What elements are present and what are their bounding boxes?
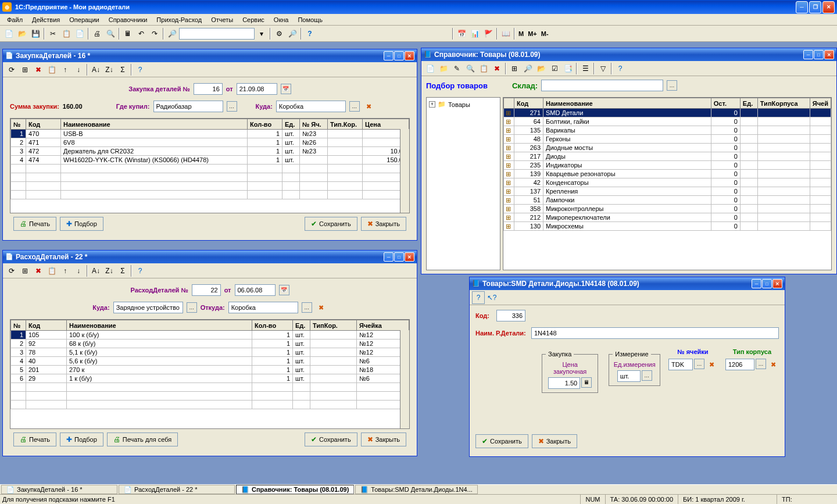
tb-sort-za-icon[interactable]: Z↓ [103,264,116,277]
tb-whatsthis-icon[interactable]: ↖? [485,291,498,304]
tb-copy-icon[interactable]: 📋 [45,264,58,277]
expense-titlebar[interactable]: 📄 РасходДеталей - 22 * ─ □ ✕ [3,251,417,263]
purchase-close-button[interactable]: ✕ [405,51,414,60]
purchase-table[interactable]: № Код Наименование Кол-во Ед. № Яч. Тип.… [10,118,410,213]
where-select-icon[interactable]: … [227,101,237,112]
expand-icon[interactable] [504,135,512,143]
expand-icon[interactable] [504,109,512,117]
memory-mminus-button[interactable]: M- [539,30,550,37]
tb-grid-icon[interactable]: ⊞ [19,63,31,76]
scrollbar[interactable] [400,330,409,428]
exp-kuda-select-icon[interactable]: … [187,302,197,313]
expand-icon[interactable] [504,144,512,152]
kuda-clear-icon[interactable]: ✖ [363,101,375,112]
new-doc-icon[interactable]: 📄 [2,27,15,40]
close-button[interactable]: ✖Закрыть [361,217,406,231]
undo-icon[interactable]: ↶ [135,27,148,40]
tb-find-icon[interactable]: 🔎 [521,62,534,75]
tb-delete-icon[interactable]: ✖ [32,264,45,277]
item-save-button[interactable]: ✔Сохранить [475,434,528,448]
table-row[interactable]: 358Микроконтроллеры0 [504,205,831,213]
app-minimize-button[interactable]: ─ [796,1,808,13]
tree-root[interactable]: + Товары [429,100,498,109]
table-row[interactable]: 235Индикаторы0 [504,161,831,170]
tree-panel[interactable]: + Товары [426,97,500,270]
save-icon[interactable]: 💾 [29,27,42,40]
expand-icon[interactable] [504,196,512,204]
col-code[interactable]: Код [26,320,67,331]
menu-help[interactable]: Помощь [293,15,327,24]
copy-icon[interactable]: 📋 [60,27,73,40]
table-row[interactable]: 217Диоды0 [504,152,831,161]
tb-tree-icon[interactable]: ☰ [579,62,592,75]
item-close-button[interactable]: ✕ [772,279,782,288]
exp-close-button[interactable]: ✖Закрыть [361,432,406,446]
body-input[interactable] [725,359,754,370]
help-icon[interactable]: ? [303,27,316,40]
calendar-picker-icon[interactable]: 📅 [281,84,291,94]
exp-print-self-button[interactable]: 🖨Печать для себя [107,432,178,446]
task-button-1[interactable]: 📄ЗакупкаДеталей - 16 * [1,485,117,494]
menu-reports[interactable]: Отчеты [206,15,238,24]
register-icon[interactable]: 📊 [468,27,481,40]
tb-grid-icon[interactable]: ⊞ [19,264,31,277]
tb-delete-icon[interactable]: ✖ [32,63,45,76]
tb-history-icon[interactable]: 📑 [561,62,574,75]
table-row[interactable] [11,191,409,199]
measure-select-icon[interactable]: … [642,370,652,381]
print-icon[interactable]: 🖨 [91,27,103,40]
flag-icon[interactable]: 🚩 [482,27,495,40]
expand-icon[interactable] [504,118,512,126]
table-row[interactable] [11,401,409,409]
table-row[interactable]: 135Варикапы0 [504,126,831,135]
paste-icon[interactable]: 📄 [73,27,86,40]
print-button[interactable]: 🖨Печать [13,217,56,231]
item-minimize-button[interactable]: ─ [752,279,761,288]
tb-view-icon[interactable]: 🔍 [464,62,477,75]
tool-icon-1[interactable]: ⚙ [273,27,285,40]
tb-down-icon[interactable]: ↓ [72,63,85,76]
col-body[interactable]: ТипКор. [310,320,357,331]
col-bodytype[interactable]: ТипКорпуса [757,98,810,109]
col-qty[interactable]: Кол-во [248,119,282,130]
exp-select-button[interactable]: ✚Подбор [60,432,103,446]
tb-folder-icon[interactable]: 📁 [437,62,450,75]
memory-m-button[interactable]: M [517,30,525,37]
directory-titlebar[interactable]: 📘 Справочник: Товары (08.01.09) ─ □ ✕ [421,48,836,61]
tb-refresh-icon[interactable]: ⟳ [5,264,18,277]
tb-sort-za-icon[interactable]: Z↓ [103,63,116,76]
purchase-minimize-button[interactable]: ─ [384,51,394,60]
exp-print-button[interactable]: 🖨Печать [13,432,56,446]
kuda-input[interactable] [276,101,346,112]
exp-doc-num-input[interactable] [192,284,221,296]
item-maximize-button[interactable]: □ [762,279,772,288]
tb-move-icon[interactable]: 📂 [535,62,548,75]
table-row[interactable]: 24716V81шт.№26 [11,138,409,147]
menu-service[interactable]: Сервис [238,15,269,24]
preview-icon[interactable]: 🔍 [104,27,117,40]
redo-icon[interactable]: ↷ [148,27,161,40]
expand-icon[interactable] [504,179,512,187]
tb-sum-icon[interactable]: Σ [116,63,129,76]
table-row[interactable]: 4474WH1602D-YYK-CTK (Winstar) (KS0066) (… [11,156,409,165]
tb-sum-icon[interactable]: Σ [116,264,129,277]
item-code-input[interactable] [496,310,525,321]
tb-new-icon[interactable]: 📄 [424,62,437,75]
col-cell[interactable]: № Яч. [300,119,328,130]
table-row[interactable]: 29268 к (б/у)1шт.№12 [11,339,409,348]
dir-maximize-button[interactable]: □ [814,50,824,59]
menu-file[interactable]: Файл [2,15,27,24]
table-row[interactable]: 5201270 к1шт.№18 [11,366,409,374]
table-row[interactable] [11,383,409,392]
search-input[interactable] [179,28,255,40]
col-body[interactable]: Тип.Кор. [328,119,363,130]
open-icon[interactable]: 📂 [16,27,28,40]
where-input[interactable] [153,101,223,112]
table-row[interactable]: 4405,6 к (б/у)1шт.№6 [11,357,409,366]
table-row[interactable]: 263Диодные мосты0 [504,144,831,152]
table-row[interactable]: 3472Держатель для CR20321шт.№2310.00 [11,147,409,156]
col-rest[interactable]: Ост. [711,98,740,109]
doc-num-input[interactable] [194,83,223,95]
calc-icon[interactable]: 🖩 [121,27,134,40]
table-row[interactable]: 6291 к (б/у)1шт.№6 [11,374,409,383]
